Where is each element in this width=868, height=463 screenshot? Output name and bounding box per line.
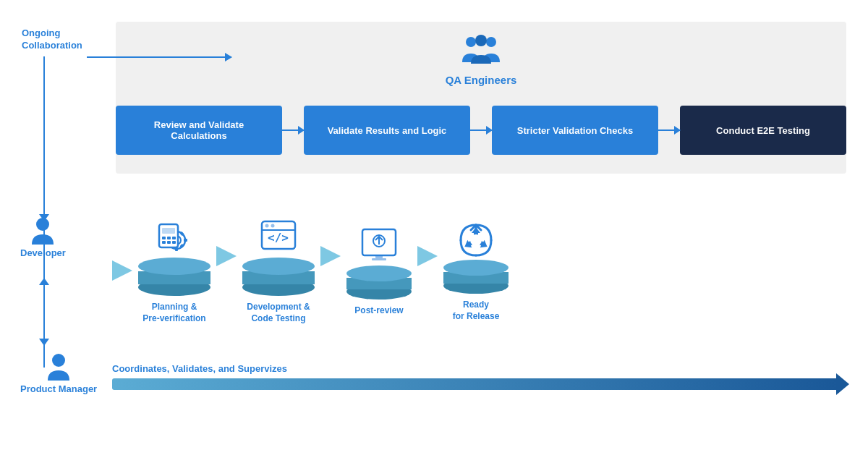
task-arrow-2 <box>470 129 492 131</box>
svg-point-24 <box>265 224 269 228</box>
task-conduct-e2e: Conduct E2E Testing <box>680 106 846 155</box>
product-manager-label: Product Manager <box>20 383 97 396</box>
developer-icon <box>30 217 55 245</box>
code-icon: </> <box>258 217 299 259</box>
product-manager-group: Product Manager <box>20 353 97 396</box>
svg-rect-9 <box>184 239 187 242</box>
flow-arrow-0 <box>112 260 132 281</box>
step-planning: Planning &Pre-verification <box>138 217 210 324</box>
developer-group: Developer <box>20 217 66 258</box>
svg-rect-20 <box>167 241 171 244</box>
svg-rect-14 <box>159 224 178 247</box>
cylinder-3 <box>346 266 412 300</box>
coords-label: Coordinates, Validates, and Supervizes <box>112 363 846 374</box>
qa-engineers-label: QA Engineers <box>446 74 517 86</box>
svg-point-1 <box>486 37 496 47</box>
svg-point-3 <box>36 218 49 231</box>
svg-point-2 <box>475 35 487 46</box>
svg-rect-30 <box>375 255 383 258</box>
step-post-review: Post-review <box>346 225 412 317</box>
long-arrow-bar <box>112 378 839 390</box>
cylinder-2 <box>242 258 315 296</box>
svg-text:</>: </> <box>268 231 289 245</box>
flow-arrow-3 <box>417 246 438 266</box>
developer-label: Developer <box>20 247 66 258</box>
step-post-review-label: Post-review <box>354 305 403 317</box>
step-ready-release: Readyfor Release <box>443 219 509 322</box>
qa-engineers-group: QA Engineers <box>116 35 846 86</box>
diagram-container: Ongoing Collaboration QA Engineers Revie… <box>0 0 868 463</box>
step-development-label: Development &Code Testing <box>247 302 310 324</box>
flow-arrow-1 <box>216 246 237 266</box>
step-development: </> Development &Code Testing <box>242 217 315 324</box>
long-arrow-head <box>836 373 849 395</box>
workflow-row: Planning &Pre-verification </> Developme… <box>112 217 846 324</box>
recycle-icon <box>455 219 497 261</box>
bottom-arrow-section: Coordinates, Validates, and Supervizes <box>112 363 846 390</box>
svg-rect-16 <box>162 237 166 239</box>
product-manager-icon <box>46 353 71 381</box>
svg-point-32 <box>470 234 482 246</box>
svg-rect-21 <box>172 241 176 244</box>
calc-gear-icon <box>153 217 195 259</box>
left-vertical-line <box>43 56 45 368</box>
svg-rect-17 <box>167 237 171 239</box>
svg-rect-31 <box>372 258 386 260</box>
ongoing-collab-label: Ongoing Collaboration <box>22 27 87 52</box>
step-ready-release-label: Readyfor Release <box>453 300 500 322</box>
svg-point-25 <box>271 224 275 228</box>
flow-arrow-2 <box>320 246 341 266</box>
qa-tasks-row: Review and Validate Calculations Validat… <box>116 105 846 156</box>
task-review-validate: Review and Validate Calculations <box>116 106 282 155</box>
task-arrow-3 <box>658 129 680 131</box>
svg-point-33 <box>52 354 65 367</box>
arrow-to-pm <box>39 339 49 346</box>
long-arrow-container <box>112 378 839 390</box>
task-arrow-1 <box>282 129 304 131</box>
task-stricter-validation: Stricter Validation Checks <box>492 106 658 155</box>
cylinder-4 <box>443 260 509 294</box>
svg-point-0 <box>466 37 476 47</box>
svg-rect-18 <box>172 237 176 239</box>
qa-people-icon <box>459 35 503 69</box>
step-planning-label: Planning &Pre-verification <box>142 302 205 324</box>
cylinder-1 <box>138 258 210 296</box>
task-validate-results: Validate Results and Logic <box>304 106 470 155</box>
upload-icon <box>358 225 400 267</box>
arrow-dev-pm-up <box>39 278 49 285</box>
svg-rect-19 <box>162 241 166 244</box>
svg-rect-15 <box>162 228 175 234</box>
